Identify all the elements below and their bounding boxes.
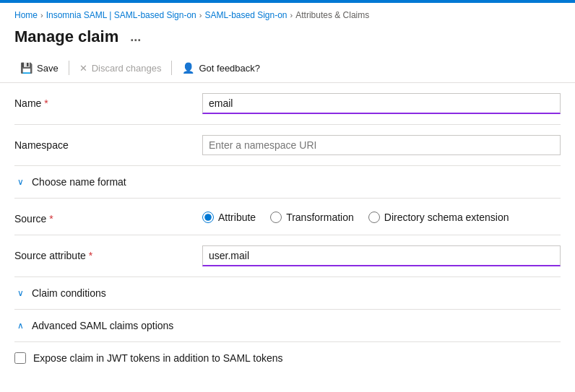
source-attr-input[interactable]	[202, 245, 561, 266]
radio-transformation-label: Transformation	[286, 212, 354, 223]
radio-directory-label: Directory schema extension	[384, 212, 509, 223]
collapse-icon-advanced-saml: ∧	[14, 321, 26, 331]
page-title: Manage claim	[14, 27, 118, 46]
name-label: Name *	[14, 93, 202, 109]
breadcrumb-saml-signin[interactable]: SAML-based Sign-on	[204, 10, 287, 20]
collapse-icon-name-format: ∨	[14, 177, 26, 187]
claim-conditions-label: Claim conditions	[32, 287, 106, 299]
radio-option-attribute[interactable]: Attribute	[202, 212, 256, 223]
breadcrumb-home[interactable]: Home	[14, 10, 38, 20]
feedback-button[interactable]: 👤 Got feedback?	[176, 59, 266, 77]
source-attr-required: *	[89, 250, 92, 261]
advanced-saml-label: Advanced SAML claims options	[32, 320, 173, 331]
breadcrumb-attributes: Attributes & Claims	[295, 10, 369, 20]
advanced-saml-row[interactable]: ∧ Advanced SAML claims options	[14, 310, 561, 342]
save-icon: 💾	[20, 62, 33, 74]
name-required: *	[44, 97, 48, 109]
radio-directory[interactable]	[368, 212, 380, 223]
source-row: Source * Attribute Transformation Direct…	[14, 199, 561, 235]
source-required: *	[49, 213, 53, 225]
expose-claim-label: Expose claim in JWT tokens in addition t…	[33, 352, 283, 364]
namespace-control	[202, 135, 561, 155]
name-control	[202, 93, 561, 114]
name-row: Name *	[14, 83, 561, 125]
discard-icon: ✕	[79, 63, 87, 74]
breadcrumb-sep-3: ›	[290, 11, 293, 19]
breadcrumb-insomnia[interactable]: Insomnia SAML | SAML-based Sign-on	[46, 10, 196, 20]
breadcrumb-sep-2: ›	[199, 11, 202, 19]
radio-group-source: Attribute Transformation Directory schem…	[202, 209, 561, 223]
expose-claim-checkbox[interactable]	[14, 352, 26, 364]
source-control: Attribute Transformation Directory schem…	[202, 209, 561, 223]
ellipsis-button[interactable]: ...	[126, 28, 145, 46]
breadcrumb-sep-1: ›	[40, 11, 43, 19]
toolbar: 💾 Save ✕ Discard changes 👤 Got feedback?	[0, 55, 575, 83]
save-label: Save	[37, 63, 59, 74]
namespace-label: Namespace	[14, 135, 202, 151]
toolbar-separator-1	[69, 61, 69, 75]
choose-name-format-row[interactable]: ∨ Choose name format	[14, 166, 561, 199]
collapse-icon-claim-conditions: ∨	[14, 288, 26, 298]
radio-transformation[interactable]	[270, 212, 282, 223]
expose-claim-row: Expose claim in JWT tokens in addition t…	[14, 342, 561, 374]
source-attr-control	[202, 245, 561, 266]
radio-option-transformation[interactable]: Transformation	[270, 212, 354, 223]
radio-option-directory[interactable]: Directory schema extension	[368, 212, 509, 223]
feedback-icon: 👤	[182, 62, 194, 74]
discard-label: Discard changes	[92, 63, 162, 74]
name-input[interactable]	[202, 93, 561, 114]
namespace-input[interactable]	[202, 135, 561, 155]
radio-attribute-label: Attribute	[218, 212, 256, 223]
source-attr-row: Source attribute *	[14, 235, 561, 277]
breadcrumb: Home › Insomnia SAML | SAML-based Sign-o…	[0, 3, 575, 25]
choose-name-format-label: Choose name format	[32, 176, 126, 188]
form-section: Name * Namespace ∨ Choose name format So…	[0, 83, 575, 374]
toolbar-separator-2	[171, 61, 172, 75]
feedback-label: Got feedback?	[199, 63, 260, 74]
save-button[interactable]: 💾 Save	[14, 59, 64, 77]
claim-conditions-row[interactable]: ∨ Claim conditions	[14, 277, 561, 310]
radio-attribute[interactable]	[202, 212, 214, 223]
namespace-row: Namespace	[14, 125, 561, 166]
source-attr-label: Source attribute *	[14, 245, 202, 261]
source-label: Source *	[14, 209, 202, 225]
page-header: Manage claim ...	[0, 25, 575, 55]
discard-button[interactable]: ✕ Discard changes	[74, 60, 168, 77]
